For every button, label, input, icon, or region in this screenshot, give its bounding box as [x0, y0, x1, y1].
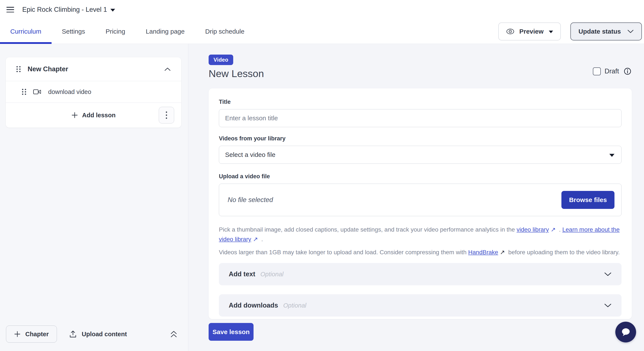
- optional-hint: Optional: [260, 271, 284, 278]
- external-link-icon: ↗: [550, 226, 556, 233]
- chevron-down-icon: [604, 303, 612, 308]
- upload-content-button[interactable]: Upload content: [69, 330, 127, 338]
- collapse-all-button[interactable]: [169, 329, 178, 339]
- chapter-title: New Chapter: [28, 65, 68, 73]
- kebab-icon: [166, 111, 168, 120]
- help-text: before uploading them to the video libra…: [507, 249, 620, 256]
- sidebar-footer: Chapter Upload content: [0, 324, 188, 351]
- preview-button[interactable]: Preview: [498, 22, 560, 40]
- speech-bubble-icon: [620, 326, 632, 338]
- lesson-form-card: Title Videos from your library Select a …: [208, 88, 632, 319]
- video-help-paragraph: Pick a thumbnail image, add closed capti…: [219, 225, 622, 244]
- chat-widget-button[interactable]: [615, 322, 636, 342]
- lesson-type-badge: Video: [208, 54, 233, 65]
- add-downloads-section[interactable]: Add downloads Optional: [219, 294, 622, 316]
- tab-pricing[interactable]: Pricing: [95, 19, 136, 44]
- plus-icon: [72, 112, 78, 118]
- handbrake-link[interactable]: HandBrake: [468, 249, 498, 256]
- collapse-chapter-button[interactable]: [163, 66, 172, 72]
- filesize-help-paragraph: Videos larger than 1GB may take longer t…: [219, 248, 622, 257]
- tab-landing-page[interactable]: Landing page: [136, 19, 195, 44]
- caret-down-icon: [549, 30, 553, 33]
- chapter-card-footer: Add lesson: [6, 103, 181, 128]
- add-downloads-label: Add downloads: [229, 302, 278, 309]
- page-title: New Lesson: [208, 68, 264, 80]
- video-file-select[interactable]: Select a video file: [219, 146, 622, 164]
- info-icon: [624, 68, 632, 75]
- drag-handle-icon[interactable]: [22, 88, 27, 95]
- update-status-button[interactable]: Update status: [570, 22, 642, 40]
- lesson-item[interactable]: download video: [6, 81, 181, 102]
- upload-content-label: Upload content: [82, 331, 127, 338]
- save-lesson-button[interactable]: Save lesson: [208, 323, 254, 341]
- browse-files-button[interactable]: Browse files: [562, 191, 614, 209]
- draft-checkbox[interactable]: [593, 68, 601, 75]
- hamburger-menu-icon[interactable]: [6, 7, 14, 12]
- video-camera-icon: [33, 89, 41, 94]
- lesson-title: download video: [48, 88, 91, 96]
- optional-hint: Optional: [283, 302, 306, 309]
- tab-settings[interactable]: Settings: [52, 19, 95, 44]
- help-text: Pick a thumbnail image, add closed capti…: [219, 226, 516, 233]
- video-library-link[interactable]: video library: [516, 226, 549, 233]
- external-link-icon: ↗: [500, 249, 505, 256]
- file-upload-area[interactable]: No file selected Browse files: [219, 184, 622, 216]
- chevron-down-icon: [604, 272, 612, 276]
- caret-down-icon: [110, 9, 115, 12]
- course-title: Epic Rock Climbing - Level 1: [22, 6, 107, 14]
- external-link-icon: ↗: [253, 236, 258, 242]
- help-text: Videos larger than 1GB may take longer t…: [219, 249, 468, 256]
- double-chevron-up-icon: [170, 330, 178, 338]
- eye-icon: [506, 28, 514, 34]
- add-text-section[interactable]: Add text Optional: [219, 263, 622, 285]
- chevron-up-icon: [164, 67, 171, 71]
- drag-handle-icon[interactable]: [16, 66, 21, 72]
- library-field-label: Videos from your library: [219, 135, 622, 142]
- add-lesson-label: Add lesson: [82, 112, 116, 119]
- draft-toggle: Draft: [593, 67, 632, 76]
- draft-info-button[interactable]: [623, 67, 632, 76]
- draft-label: Draft: [605, 68, 619, 75]
- tab-bar: Curriculum Settings Pricing Landing page…: [0, 19, 644, 44]
- tab-drip-schedule[interactable]: Drip schedule: [195, 19, 254, 44]
- tab-curriculum[interactable]: Curriculum: [0, 19, 52, 44]
- preview-button-label: Preview: [519, 28, 544, 35]
- add-chapter-label: Chapter: [25, 331, 49, 338]
- chapter-card: New Chapter: [6, 57, 181, 128]
- chevron-down-icon: [627, 30, 634, 34]
- add-lesson-button[interactable]: Add lesson: [72, 112, 116, 119]
- title-field-label: Title: [219, 99, 622, 105]
- upload-icon: [69, 330, 76, 338]
- chapter-header[interactable]: New Chapter: [6, 57, 181, 81]
- lesson-header: Video New Lesson Draft: [208, 54, 632, 80]
- course-switcher[interactable]: Epic Rock Climbing - Level 1: [22, 6, 115, 14]
- no-file-text: No file selected: [228, 196, 273, 204]
- help-text: .: [260, 236, 263, 242]
- chapter-menu-button[interactable]: [159, 107, 174, 124]
- plus-icon: [14, 331, 20, 337]
- top-bar: Epic Rock Climbing - Level 1: [0, 0, 644, 19]
- help-text: .: [557, 226, 562, 233]
- video-file-select-value: Select a video file: [225, 151, 275, 158]
- add-chapter-button[interactable]: Chapter: [6, 326, 57, 343]
- tabbar-actions: Preview Update status: [498, 19, 642, 44]
- update-status-label: Update status: [578, 28, 621, 35]
- lesson-editor: Video New Lesson Draft Tit: [188, 44, 644, 351]
- caret-down-icon: [609, 154, 614, 157]
- add-text-label: Add text: [229, 270, 255, 278]
- curriculum-sidebar: New Chapter: [0, 44, 188, 351]
- upload-field-label: Upload a video file: [219, 173, 622, 180]
- lesson-title-input[interactable]: [219, 109, 622, 127]
